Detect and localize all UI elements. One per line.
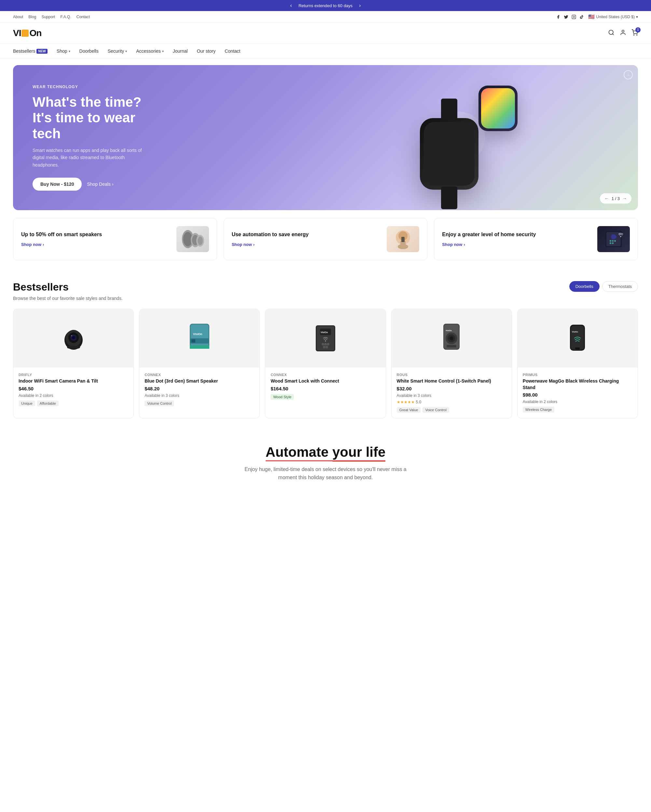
top-banner: ‹ Returns extended to 60 days › xyxy=(0,0,651,11)
svg-rect-38 xyxy=(190,345,209,349)
filter-thermostats-tab[interactable]: Thermostats xyxy=(602,281,638,292)
product-brand-camera: DRIFLY xyxy=(18,373,128,377)
product-price-speaker: $48.20 xyxy=(145,386,254,391)
nav-doorbells[interactable]: Doorbells xyxy=(79,44,99,58)
promo-card-speakers-link[interactable]: Shop now › xyxy=(21,242,171,247)
filter-doorbells-tab[interactable]: Doorbells xyxy=(569,281,599,292)
nav-shop[interactable]: Shop ▾ xyxy=(57,44,70,58)
automate-section: Automate your life Enjoy huge, limited-t… xyxy=(0,425,651,501)
svg-rect-55 xyxy=(446,345,456,348)
product-brand-lock: CONNEX xyxy=(270,373,380,377)
account-icon[interactable] xyxy=(620,29,626,37)
promo-card-automation-title: Use automation to save energy xyxy=(232,231,382,238)
currency-selector[interactable]: 🇺🇸 United States (USD $) ▾ xyxy=(588,14,638,20)
svg-rect-20 xyxy=(610,240,611,242)
svg-text:VIsIOn: VIsIOn xyxy=(321,331,328,333)
promo-automation-arrow-icon: › xyxy=(253,242,255,247)
tiktok-icon[interactable] xyxy=(579,14,584,20)
search-icon[interactable] xyxy=(608,29,614,37)
product-card-speaker[interactable]: VIsIOn CONNEX Blue Dot (3rd Gen) Smart S… xyxy=(139,309,260,418)
product-tags-speaker: Volume Control xyxy=(145,400,254,406)
product-image-speaker: VIsIOn xyxy=(139,309,260,368)
product-card-panel[interactable]: VIsIOn ROUS White Smart Home Control (1-… xyxy=(391,309,512,418)
nav-shop-label: Shop xyxy=(57,49,67,54)
svg-rect-24 xyxy=(612,243,614,244)
product-image-camera xyxy=(13,309,133,368)
product-name-charger: Powerwave MagGo Black Wireless Charging … xyxy=(523,378,633,391)
svg-point-54 xyxy=(449,336,454,340)
product-name-lock: Wood Smart Lock with Connect xyxy=(270,378,380,385)
nav-our-story[interactable]: Our story xyxy=(197,44,216,58)
bestsellers-subtitle: Browse the best of our favorite sale sty… xyxy=(13,296,123,301)
product-card-lock[interactable]: VIsIOn CONNEX Wood Smart Lock with Conne… xyxy=(265,309,386,418)
instagram-icon[interactable] xyxy=(571,14,576,20)
automate-title-highlight: your life xyxy=(332,444,385,462)
nav-our-story-label: Our story xyxy=(197,49,216,54)
product-brand-panel: ROUS xyxy=(397,373,506,377)
product-tag-affordable: Affordable xyxy=(37,400,59,406)
buy-now-button[interactable]: Buy Now - $120 xyxy=(32,178,82,191)
promo-card-speakers-title: Up to 50% off on smart speakers xyxy=(21,231,171,238)
product-card-charger[interactable]: VIsIOn PRIMUS Powerwave MagGo Black Wire… xyxy=(517,309,638,418)
new-badge: NEW xyxy=(37,49,47,54)
secondary-nav-right: 🇺🇸 United States (USD $) ▾ xyxy=(556,14,638,20)
product-colors-charger: Available in 2 colors xyxy=(523,400,633,404)
currency-label: United States (USD $) xyxy=(596,15,635,19)
svg-point-43 xyxy=(325,340,326,342)
promo-card-automation: Use automation to save energy Shop now › xyxy=(224,218,428,260)
product-tags-charger: Wireless Charge xyxy=(523,407,633,412)
product-info-lock: CONNEX Wood Smart Lock with Connect $164… xyxy=(265,368,385,405)
nav-accessories-label: Accessories xyxy=(136,49,160,54)
support-link[interactable]: Support xyxy=(41,15,55,19)
nav-bestsellers[interactable]: Bestsellers NEW xyxy=(13,44,47,58)
blog-link[interactable]: Blog xyxy=(28,15,36,19)
svg-point-47 xyxy=(323,346,326,348)
slider-prev-button[interactable]: ← xyxy=(604,196,609,201)
product-tag-volume: Volume Control xyxy=(145,400,174,406)
about-link[interactable]: About xyxy=(13,15,23,19)
banner-next-button[interactable]: › xyxy=(359,3,361,8)
contact-secondary-link[interactable]: Contact xyxy=(76,15,90,19)
nav-contact[interactable]: Contact xyxy=(225,44,240,58)
svg-rect-57 xyxy=(571,326,584,350)
promo-card-automation-link[interactable]: Shop now › xyxy=(232,242,382,247)
nav-security-label: Security xyxy=(108,49,124,54)
facebook-icon[interactable] xyxy=(556,14,561,20)
logo-square-icon xyxy=(21,30,29,37)
bestsellers-section: Bestsellers Browse the best of our favor… xyxy=(0,268,651,425)
product-colors-speaker: Available in 3 colors xyxy=(145,393,254,398)
watch-band-bottom xyxy=(441,186,457,209)
banner-prev-button[interactable]: ‹ xyxy=(290,3,292,8)
svg-rect-23 xyxy=(610,243,611,244)
promo-card-automation-text: Use automation to save energy Shop now › xyxy=(232,231,382,247)
svg-rect-16 xyxy=(401,237,405,242)
nav-journal[interactable]: Journal xyxy=(173,44,188,58)
twitter-icon[interactable] xyxy=(564,14,568,20)
svg-point-4 xyxy=(634,35,634,35)
stars-icon: ★★★★★ xyxy=(397,400,415,404)
promo-card-security-link[interactable]: Shop now › xyxy=(442,242,592,247)
faq-link[interactable]: F.A.Q. xyxy=(60,15,71,19)
cart-icon[interactable]: 0 xyxy=(631,29,638,37)
shop-chevron-icon: ▾ xyxy=(69,49,70,53)
product-tags-camera: Unique Affordable xyxy=(18,400,128,406)
watch-stack xyxy=(420,79,518,196)
hero-tag: WEAR TECHNOLOGY xyxy=(32,85,150,89)
logo[interactable]: VI On xyxy=(13,28,41,38)
svg-rect-0 xyxy=(572,15,576,19)
slider-next-button[interactable]: → xyxy=(622,196,627,201)
social-icons xyxy=(556,14,584,20)
shop-deals-link[interactable]: Shop Deals › xyxy=(87,182,113,187)
nav-security[interactable]: Security ▾ xyxy=(108,44,127,58)
promo-card-security-image xyxy=(597,226,630,252)
product-info-charger: PRIMUS Powerwave MagGo Black Wireless Ch… xyxy=(518,368,638,418)
product-tag-great-value: Great Value xyxy=(397,407,421,413)
filter-tabs: Doorbells Thermostats xyxy=(569,281,638,292)
svg-point-32 xyxy=(71,335,72,336)
slide-info: 1 / 3 xyxy=(611,196,620,201)
hero-description: Smart watches can run apps and play back… xyxy=(32,147,150,168)
secondary-nav: About Blog Support F.A.Q. Contact 🇺🇸 Uni… xyxy=(0,11,651,23)
primary-nav: Bestsellers NEW Shop ▾ Doorbells Securit… xyxy=(0,44,651,58)
product-card-camera[interactable]: DRIFLY Indoor WiFi Smart Camera Pan & Ti… xyxy=(13,309,134,418)
nav-accessories[interactable]: Accessories ▾ xyxy=(136,44,164,58)
